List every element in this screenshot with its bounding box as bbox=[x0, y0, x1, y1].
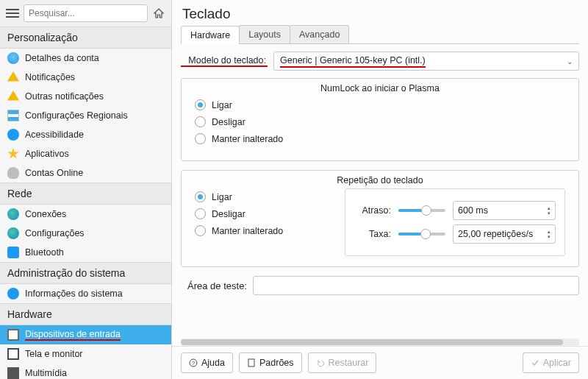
category-system-admin: Administração do sistema bbox=[0, 262, 171, 284]
sidebar-item-label: Acessibilidade bbox=[25, 130, 84, 140]
numlock-radio-off[interactable] bbox=[195, 116, 206, 127]
numlock-radio-on[interactable] bbox=[195, 99, 206, 110]
rate-value: 25,00 repetições/s bbox=[458, 229, 533, 239]
spin-arrows-icon[interactable]: ▴▾ bbox=[548, 229, 551, 239]
sidebar-item-label: Configurações bbox=[25, 228, 85, 238]
globe-icon bbox=[7, 227, 19, 239]
sidebar-item-label: Dispositivos de entrada bbox=[25, 329, 121, 341]
delay-value: 600 ms bbox=[458, 205, 488, 216]
restore-button[interactable]: Restaurar bbox=[308, 353, 377, 373]
sidebar-item-label: Informações do sistema bbox=[25, 288, 123, 299]
cloud-icon bbox=[7, 167, 19, 179]
test-area-label: Área de teste: bbox=[181, 280, 247, 291]
sidebar-item-display-monitor[interactable]: Tela e monitor bbox=[0, 344, 171, 364]
sidebar-item-label: Notificações bbox=[25, 72, 75, 82]
sidebar-item-notifications[interactable]: Notificações bbox=[0, 68, 171, 87]
sidebar-item-label: Detalhes da conta bbox=[25, 53, 99, 63]
numlock-radio-keep-label: Manter inalterado bbox=[212, 134, 283, 144]
tab-layouts[interactable]: Layouts bbox=[239, 25, 290, 43]
delay-slider[interactable] bbox=[398, 209, 445, 212]
media-icon bbox=[7, 367, 19, 379]
sidebar-item-bluetooth[interactable]: Bluetooth bbox=[0, 243, 171, 262]
info-icon bbox=[7, 288, 19, 300]
horizontal-scrollbar[interactable] bbox=[181, 339, 579, 346]
accessibility-icon bbox=[7, 129, 19, 141]
delay-spinbox[interactable]: 600 ms ▴▾ bbox=[453, 201, 556, 220]
tab-bar: Hardware Layouts Avançado bbox=[181, 25, 579, 44]
undo-icon bbox=[316, 358, 325, 367]
defaults-button[interactable]: Padrões bbox=[239, 353, 302, 373]
bell-icon bbox=[7, 91, 19, 102]
help-button[interactable]: ? Ajuda bbox=[181, 353, 233, 373]
repeat-radio-off-label: Desligar bbox=[212, 209, 245, 219]
menu-button[interactable] bbox=[6, 7, 19, 20]
category-personalization: Personalização bbox=[0, 26, 171, 49]
sidebar-item-applications[interactable]: Aplicativos bbox=[0, 144, 171, 163]
numlock-group: NumLock ao iniciar o Plasma Ligar Deslig… bbox=[181, 78, 579, 161]
repeat-radio-on[interactable] bbox=[195, 191, 206, 202]
rate-spinbox[interactable]: 25,00 repetições/s ▴▾ bbox=[453, 224, 556, 244]
repeat-radio-on-label: Ligar bbox=[212, 192, 232, 202]
delay-label: Atraso: bbox=[354, 205, 391, 216]
sidebar-item-other-notifications[interactable]: Outras notificações bbox=[0, 87, 171, 106]
search-input[interactable] bbox=[24, 4, 148, 22]
check-icon bbox=[531, 358, 539, 367]
category-hardware: Hardware bbox=[0, 303, 171, 325]
sidebar-item-regional-settings[interactable]: Configurações Regionais bbox=[0, 106, 171, 125]
sidebar-item-connections[interactable]: Conexões bbox=[0, 205, 171, 224]
star-icon bbox=[7, 148, 19, 160]
repeat-legend: Repetição do teclado bbox=[182, 175, 578, 185]
bluetooth-icon bbox=[7, 247, 19, 258]
bell-icon bbox=[7, 71, 19, 83]
help-icon: ? bbox=[189, 358, 198, 367]
chevron-down-icon: ⌄ bbox=[567, 57, 573, 65]
keyboard-model-label: Modelo do teclado: bbox=[181, 55, 268, 67]
sidebar-item-account-details[interactable]: Detalhes da conta bbox=[0, 49, 171, 68]
tab-hardware[interactable]: Hardware bbox=[181, 26, 240, 44]
sidebar-item-label: Bluetooth bbox=[25, 247, 64, 258]
sidebar-item-label: Conexões bbox=[25, 209, 66, 219]
repeat-radio-off[interactable] bbox=[195, 208, 206, 219]
sidebar-item-online-accounts[interactable]: Contas Online bbox=[0, 163, 171, 183]
numlock-radio-keep[interactable] bbox=[195, 133, 206, 144]
user-icon bbox=[7, 52, 19, 64]
rate-slider[interactable] bbox=[398, 233, 445, 235]
apply-button[interactable]: Aplicar bbox=[523, 353, 579, 373]
repeat-radio-keep[interactable] bbox=[195, 225, 206, 236]
repeat-radio-keep-label: Manter inalterado bbox=[212, 226, 283, 236]
sidebar-item-system-info[interactable]: Informações do sistema bbox=[0, 284, 171, 303]
input-devices-icon bbox=[7, 329, 19, 341]
sidebar-item-label: Aplicativos bbox=[25, 149, 69, 159]
globe-icon bbox=[7, 208, 19, 220]
page-title: Teclado bbox=[172, 0, 588, 25]
monitor-icon bbox=[7, 348, 19, 360]
keyboard-model-value: Generic | Generic 105-key PC (intl.) bbox=[280, 55, 426, 68]
numlock-radio-on-label: Ligar bbox=[212, 100, 232, 110]
home-icon bbox=[153, 7, 165, 19]
spin-arrows-icon[interactable]: ▴▾ bbox=[548, 205, 551, 216]
repeat-group: Repetição do teclado Ligar Desligar bbox=[181, 170, 579, 267]
flag-icon bbox=[7, 110, 19, 121]
numlock-legend: NumLock ao iniciar o Plasma bbox=[182, 83, 578, 93]
sidebar-item-accessibility[interactable]: Acessibilidade bbox=[0, 125, 171, 144]
sidebar-item-label: Contas Online bbox=[25, 168, 83, 178]
test-area-input[interactable] bbox=[253, 276, 579, 295]
svg-text:?: ? bbox=[192, 360, 196, 366]
tab-advanced[interactable]: Avançado bbox=[290, 25, 349, 43]
sidebar-item-label: Outras notificações bbox=[25, 91, 104, 102]
document-icon bbox=[247, 358, 256, 367]
sidebar-item-label: Configurações Regionais bbox=[25, 110, 128, 121]
sidebar-item-input-devices[interactable]: Dispositivos de entrada bbox=[0, 325, 171, 344]
sidebar-item-label: Multimídia bbox=[25, 368, 67, 378]
svg-rect-2 bbox=[248, 359, 254, 366]
category-network: Rede bbox=[0, 183, 171, 205]
sidebar-item-network-settings[interactable]: Configurações bbox=[0, 224, 171, 243]
sidebar-item-label: Tela e monitor bbox=[25, 349, 83, 359]
sidebar-item-multimedia[interactable]: Multimídia bbox=[0, 364, 171, 379]
keyboard-model-combobox[interactable]: Generic | Generic 105-key PC (intl.) ⌄ bbox=[273, 52, 579, 71]
numlock-radio-off-label: Desligar bbox=[212, 117, 245, 127]
rate-label: Taxa: bbox=[354, 229, 391, 239]
home-button[interactable] bbox=[152, 7, 165, 20]
